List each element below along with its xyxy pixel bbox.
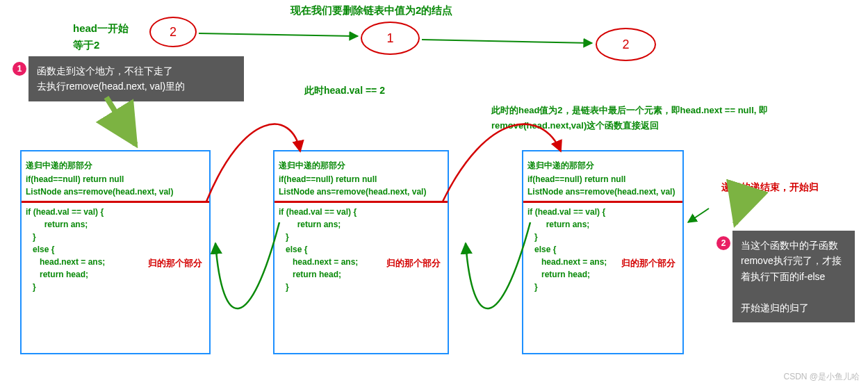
code-line: if(head==null) return null: [26, 174, 205, 184]
recursion-end-label: 递归的递结束，开始归: [721, 181, 819, 194]
divider-icon: [22, 201, 209, 203]
divider-icon: [523, 201, 682, 203]
head-label-line2: 等于2: [73, 37, 129, 53]
code-line: if (head.val == val) {: [279, 207, 443, 217]
code-line: else {: [279, 245, 443, 254]
code-line: else {: [527, 245, 678, 254]
code-header: 递归中递的那部分: [527, 160, 678, 172]
code-line: }: [527, 282, 678, 292]
recursion-return-arrow-1-icon: [466, 222, 530, 308]
code-line: return head;: [527, 270, 678, 279]
code-box-1: 递归中递的那部分 if(head==null) return null List…: [20, 150, 211, 354]
code-line: if(head==null) return null: [279, 174, 443, 184]
step-badge-1: 1: [13, 62, 26, 76]
recursion-return-arrow-2-icon: [215, 222, 279, 308]
code-line: }: [527, 232, 678, 242]
code-line: return ans;: [527, 220, 678, 229]
callout1-arrow-icon: [106, 97, 136, 145]
code-line: }: [279, 232, 443, 242]
list-node-1: 2: [149, 17, 197, 47]
code-line: }: [279, 282, 443, 292]
code-line: ListNode ans=remove(head.next, val): [527, 187, 678, 197]
code-line: ListNode ans=remove(head.next, val): [26, 187, 205, 197]
callout-step2: 当这个函数中的子函数remove执行完了，才接着执行下面的if-else 开始递…: [732, 231, 855, 322]
callout-step1: 函数走到这个地方，不往下走了 去执行remove(head.next, val)…: [28, 56, 244, 101]
right-note: 此时的head值为2，是链表中最后一个元素，即head.next == null…: [491, 103, 853, 133]
code-line: return ans;: [279, 220, 443, 229]
return-label: 归的那个部分: [386, 257, 441, 270]
code-line: else {: [26, 245, 205, 254]
code-line: }: [26, 282, 205, 292]
code-line: if(head==null) return null: [527, 174, 678, 184]
node-value: 2: [622, 38, 629, 52]
return-label: 归的那个部分: [148, 257, 202, 270]
watermark: CSDN @是小鱼儿哈: [783, 371, 860, 383]
head-label: head一开始 等于2: [73, 20, 129, 53]
code-line: ListNode ans=remove(head.next, val): [279, 187, 443, 197]
code-line: return head;: [279, 270, 443, 279]
node-value: 2: [170, 25, 177, 40]
callout1-line2: 去执行remove(head.next, val)里的: [37, 79, 236, 94]
callout2-arrow-icon: [735, 193, 745, 224]
step-badge-2: 2: [716, 236, 730, 250]
list-arrow-1-icon: [199, 33, 358, 36]
code-line: if (head.val == val) {: [26, 207, 205, 217]
return-label: 归的那个部分: [621, 257, 675, 270]
list-node-3: 2: [596, 28, 656, 61]
rec-end-pointer-icon: [688, 208, 709, 222]
callout1-line1: 函数走到这个地方，不往下走了: [37, 63, 236, 79]
code-line: return head;: [26, 270, 205, 279]
code-box-2: 递归中递的那部分 if(head==null) return null List…: [273, 150, 449, 354]
mid-note: 此时head.val == 2: [304, 85, 385, 97]
code-line: }: [26, 232, 205, 242]
divider-icon: [275, 201, 448, 203]
code-line: if (head.val == val) {: [527, 207, 678, 217]
list-arrow-2-icon: [422, 40, 592, 43]
code-header: 递归中递的那部分: [279, 160, 443, 172]
diagram-title: 现在我们要删除链表中值为2的结点: [290, 4, 452, 17]
code-box-3: 递归中递的那部分 if(head==null) return null List…: [522, 150, 684, 354]
code-line: return ans;: [26, 220, 205, 229]
code-header: 递归中递的那部分: [26, 160, 205, 172]
list-node-2: 1: [361, 22, 420, 55]
head-label-line1: head一开始: [73, 20, 129, 37]
node-value: 1: [386, 31, 393, 46]
